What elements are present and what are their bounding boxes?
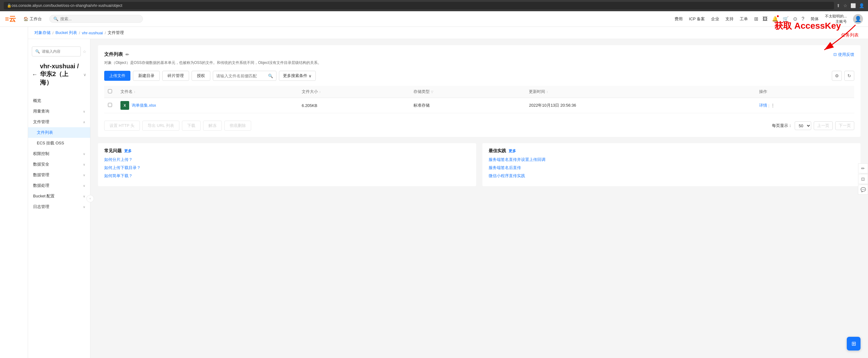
export-url-btn[interactable]: 导出 URL 列表 — [142, 121, 179, 131]
page-size-select[interactable]: 50 — [795, 121, 811, 130]
best-practice-more-link[interactable]: 更多 — [508, 149, 516, 154]
sidebar-item-usage[interactable]: 用量查询 ∨ — [28, 106, 90, 117]
bp-item-1[interactable]: 服务端签名后直传 — [489, 165, 854, 170]
user-icon[interactable]: 👤 — [859, 3, 864, 8]
file-search-icon[interactable]: 🔍 — [268, 74, 273, 78]
faq-more-link[interactable]: 更多 — [124, 149, 132, 154]
nav-feiyong[interactable]: 费用 — [675, 16, 683, 22]
cart-icon[interactable]: 🛒 — [782, 16, 789, 22]
next-page-btn[interactable]: 下一页 — [835, 121, 854, 130]
home-icon: 🏠 — [23, 17, 28, 21]
row-updated-at: 2022年10月13日 20:56:36 — [525, 98, 755, 113]
row-select-checkbox[interactable] — [108, 103, 112, 107]
sidebar-item-file-mgmt[interactable]: 文件管理 ∧ — [28, 117, 90, 127]
action-more-btn[interactable]: ⋮ — [771, 103, 775, 108]
sort-icon-updated[interactable]: ↕ — [546, 90, 548, 94]
chevron-up-icon: ∧ — [83, 120, 85, 124]
sidebar-star-icon[interactable]: ☆ — [83, 49, 86, 54]
browser-bar: 🔒 oss.console.aliyun.com/bucket/oss-cn-s… — [0, 0, 868, 11]
refresh-icon-btn[interactable]: ↻ — [844, 71, 854, 81]
sidebar-search[interactable]: 🔍 — [32, 46, 81, 57]
sidebar-item-bucket-config[interactable]: Bucket 配置 ∨ — [28, 191, 90, 201]
new-dir-button[interactable]: 新建目录 — [133, 71, 160, 81]
settings-icon-btn[interactable]: ⚙ — [832, 71, 842, 81]
bell-icon[interactable]: 🔔 — [772, 16, 778, 22]
breadcrumb-item-3: 文件管理 — [107, 30, 124, 36]
th-filename: 文件名 ↕ — [117, 86, 298, 98]
split-icon[interactable]: ⬜ — [850, 3, 856, 8]
nav-support[interactable]: 支持 — [725, 16, 734, 22]
breadcrumb-item-2[interactable]: vhr-xushuai — [82, 31, 103, 35]
nav-ticket[interactable]: 工单 — [740, 16, 748, 22]
breadcrumb-item-0[interactable]: 对象存储 — [34, 30, 51, 36]
sort-icon-storage[interactable]: ▽ — [431, 90, 433, 94]
nav-lang[interactable]: 简体 — [811, 16, 819, 22]
sidebar-item-log-mgmt[interactable]: 日志管理 ∨ — [28, 201, 90, 212]
search-input[interactable] — [60, 17, 139, 21]
sidebar-toggle[interactable]: ‹ — [86, 195, 94, 202]
action-detail[interactable]: 详情 — [759, 103, 767, 108]
best-practice-block: 最佳实践 更多 服务端签名直传并设置上传回调 服务端签名后直传 微信小程序直传实… — [483, 143, 861, 186]
image-icon[interactable]: 🖼 — [763, 16, 768, 22]
sidebar-item-overview[interactable]: 概览 — [28, 95, 90, 106]
set-http-header-btn[interactable]: 设置 HTTP 头 — [104, 121, 140, 131]
float-btn-1[interactable]: ⊡ — [858, 174, 868, 184]
file-search-bar[interactable]: 🔍 — [213, 71, 276, 81]
user-area[interactable]: 不太聪明的... 主账号 — [825, 14, 847, 24]
sidebar-item-ecs-mount[interactable]: ECS 挂载 OSS — [28, 138, 90, 149]
excel-icon: X — [120, 101, 129, 110]
panel-title: 文件列表 ✏ — [104, 52, 129, 57]
float-btn-2[interactable]: 💬 — [858, 185, 868, 195]
bp-item-0[interactable]: 服务端签名直传并设置上传回调 — [489, 157, 854, 162]
sort-icon-name[interactable]: ↕ — [134, 90, 135, 94]
sidebar-item-data-process[interactable]: 数据处理 ∨ — [28, 180, 90, 191]
sidebar-item-data-security[interactable]: 数据安全 ∨ — [28, 159, 90, 170]
sort-icon-size[interactable]: ↕ — [319, 90, 321, 94]
content-wrapper: 🔍 ☆ ← vhr-xushuai / 华东2（上海） ∨ 概览 用量查询 — [28, 39, 868, 358]
delete-btn[interactable]: 彻底删除 — [224, 121, 251, 131]
breadcrumb-item-1[interactable]: Bucket 列表 — [56, 30, 77, 36]
nav-enterprise[interactable]: 企业 — [711, 16, 719, 22]
panel-edit-icon[interactable]: ✏ — [125, 52, 129, 57]
home-link[interactable]: 🏠 工作台 — [21, 15, 44, 23]
dropdown-icon[interactable]: ∨ — [83, 72, 86, 77]
file-link[interactable]: 询单值集.xlsx — [132, 103, 156, 108]
action-sep: | — [769, 103, 769, 108]
faq-item-2[interactable]: 如何简单下载？ — [104, 173, 470, 179]
sidebar-item-file-list[interactable]: 文件列表 — [28, 127, 90, 138]
bookmark-icon[interactable]: ☆ — [843, 3, 847, 8]
faq-item-1[interactable]: 如何上传下载目录？ — [104, 165, 470, 170]
table-row: X 询单值集.xlsx 6.205KB 标准存储 2022年10月13日 20:… — [104, 98, 854, 113]
unfreeze-btn[interactable]: 解冻 — [203, 121, 222, 131]
more-search-btn[interactable]: 更多搜索条件 ∨ — [279, 71, 316, 81]
feedback-link[interactable]: ⊡ 使用反馈 — [833, 52, 854, 57]
apps-icon[interactable]: ⊞ — [754, 16, 758, 22]
download-btn[interactable]: 下载 — [182, 121, 200, 131]
nav-icp[interactable]: ICP 备案 — [689, 16, 705, 22]
bp-item-2[interactable]: 微信小程序直传实践 — [489, 173, 854, 179]
upload-button[interactable]: 上传文件 — [104, 71, 130, 81]
share-icon[interactable]: ⬆ — [836, 3, 840, 8]
home-label: 工作台 — [30, 16, 42, 22]
gift-icon[interactable]: ⊙ — [793, 16, 797, 22]
float-btn-0[interactable]: ✏ — [858, 163, 868, 173]
back-button[interactable]: ← — [32, 71, 37, 78]
sidebar-search-input[interactable] — [42, 49, 73, 54]
sidebar-item-acl[interactable]: 权限控制 ∨ — [28, 149, 90, 159]
fragment-button[interactable]: 碎片管理 — [162, 71, 189, 81]
best-practice-title: 最佳实践 更多 — [489, 148, 854, 154]
auth-button[interactable]: 授权 — [192, 71, 210, 81]
help-icon[interactable]: ? — [802, 16, 804, 22]
faq-item-0[interactable]: 如何分片上传？ — [104, 157, 470, 162]
user-name: 不太聪明的... — [825, 14, 847, 19]
search-bar[interactable]: 🔍 — [49, 15, 143, 23]
fab-button[interactable]: ⊞ — [847, 337, 861, 351]
prev-page-btn[interactable]: 上一页 — [814, 121, 833, 130]
th-updated: 更新时间 ↕ — [525, 86, 755, 98]
row-checkbox[interactable] — [104, 98, 117, 113]
avatar[interactable]: 👤 — [853, 14, 863, 24]
sidebar-item-data-mgmt[interactable]: 数据管理 ∨ — [28, 170, 90, 180]
chevron-down-icon-7: ∨ — [83, 205, 85, 208]
select-all-checkbox[interactable] — [108, 89, 112, 93]
file-search-input[interactable] — [216, 74, 266, 78]
